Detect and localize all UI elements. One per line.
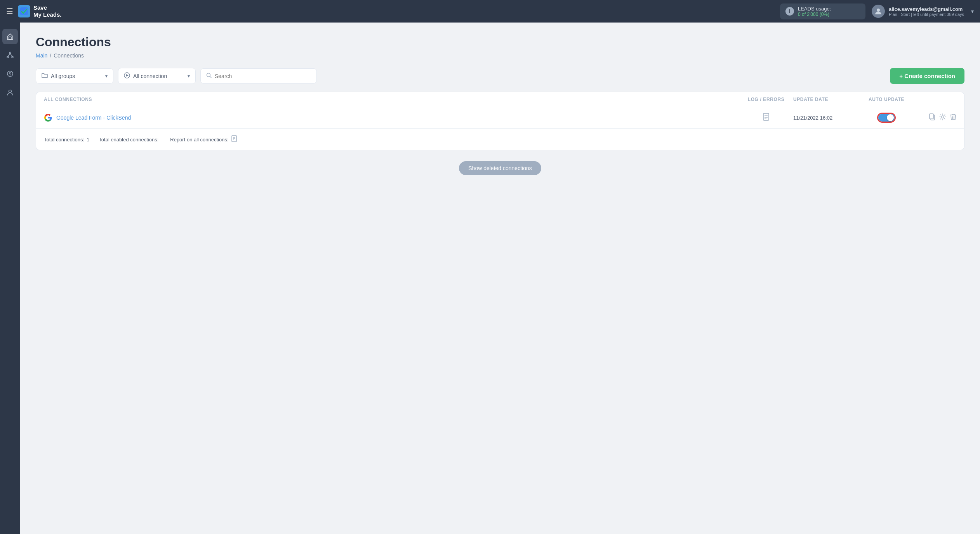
log-errors-cell[interactable] <box>739 113 793 123</box>
topnav: ☰ Save My Leads. i LEADS usage: 0 of 2'0… <box>0 0 980 23</box>
chevron-down-icon[interactable]: ▾ <box>971 8 974 14</box>
search-input[interactable] <box>215 73 311 79</box>
folder-icon <box>42 73 48 79</box>
hamburger-icon[interactable]: ☰ <box>6 7 13 16</box>
svg-rect-21 <box>930 114 933 119</box>
create-connection-button[interactable]: + Create connection <box>890 68 964 84</box>
sidebar-item-profile[interactable] <box>2 85 18 100</box>
table-header: ALL CONNECTIONS LOG / ERRORS UPDATE DATE… <box>36 92 964 107</box>
svg-rect-2 <box>9 37 11 40</box>
leads-usage-info: LEADS usage: 0 of 2'000 (0%) <box>798 6 831 17</box>
search-box[interactable] <box>200 68 317 83</box>
logo-icon <box>18 5 30 17</box>
logo-text: Save My Leads. <box>33 4 62 18</box>
action-icons <box>917 113 956 122</box>
total-connections: Total connections: 1 <box>44 137 89 143</box>
sidebar-item-connections[interactable] <box>2 47 18 63</box>
connections-table: ALL CONNECTIONS LOG / ERRORS UPDATE DATE… <box>36 92 964 150</box>
play-circle-icon <box>124 72 130 80</box>
svg-marker-12 <box>126 74 129 77</box>
table-row: Google Lead Form - ClickSend 11/21/2022 … <box>36 107 964 129</box>
svg-rect-16 <box>763 113 769 120</box>
sidebar-item-home[interactable] <box>2 29 18 44</box>
report-icon[interactable] <box>231 135 237 144</box>
svg-line-7 <box>10 54 12 56</box>
leads-usage-widget: i LEADS usage: 0 of 2'000 (0%) <box>780 3 865 19</box>
svg-rect-0 <box>20 7 28 15</box>
breadcrumb: Main / Connections <box>36 52 964 59</box>
search-icon <box>206 73 212 79</box>
settings-icon[interactable] <box>939 113 946 122</box>
sidebar: $ <box>0 23 20 534</box>
logo: Save My Leads. <box>18 4 399 18</box>
svg-point-5 <box>12 56 13 58</box>
update-date-cell: 11/21/2022 16:02 <box>793 115 855 121</box>
delete-icon[interactable] <box>950 113 956 122</box>
auto-update-cell[interactable] <box>855 113 917 123</box>
user-info: alice.savemyleads@gmail.com Plan | Start… <box>889 6 964 17</box>
user-menu[interactable]: alice.savemyleads@gmail.com Plan | Start… <box>872 5 974 18</box>
sidebar-item-billing[interactable]: $ <box>2 66 18 82</box>
svg-line-14 <box>210 77 212 78</box>
show-deleted-button[interactable]: Show deleted connections <box>459 161 541 175</box>
copy-icon[interactable] <box>929 113 935 122</box>
page-title: Connections <box>36 35 964 49</box>
avatar <box>872 5 885 18</box>
svg-text:$: $ <box>9 72 11 76</box>
chevron-down-icon: ▾ <box>188 73 190 79</box>
svg-line-6 <box>8 54 10 56</box>
report-all-connections[interactable]: Report on all connections: <box>170 135 237 144</box>
table-footer: Total connections: 1 Total enabled conne… <box>36 129 964 150</box>
google-icon <box>44 113 52 122</box>
chevron-down-icon: ▾ <box>105 73 108 79</box>
main-content: Connections Main / Connections All group… <box>20 23 980 534</box>
total-enabled-connections: Total enabled connections: <box>99 137 161 143</box>
show-deleted-row: Show deleted connections <box>36 161 964 175</box>
log-icon[interactable] <box>763 113 770 123</box>
info-icon: i <box>785 7 794 16</box>
svg-point-1 <box>877 9 880 12</box>
svg-point-4 <box>7 56 9 58</box>
groups-dropdown[interactable]: All groups ▾ <box>36 68 113 83</box>
auto-update-toggle[interactable] <box>877 113 896 123</box>
connection-dropdown[interactable]: All connection ▾ <box>118 68 196 84</box>
breadcrumb-main[interactable]: Main <box>36 52 47 59</box>
svg-point-22 <box>942 116 944 118</box>
connection-name[interactable]: Google Lead Form - ClickSend <box>44 113 739 122</box>
svg-point-10 <box>9 90 12 93</box>
svg-point-3 <box>9 52 11 54</box>
filters-row: All groups ▾ All connection ▾ + Create c… <box>36 68 964 84</box>
